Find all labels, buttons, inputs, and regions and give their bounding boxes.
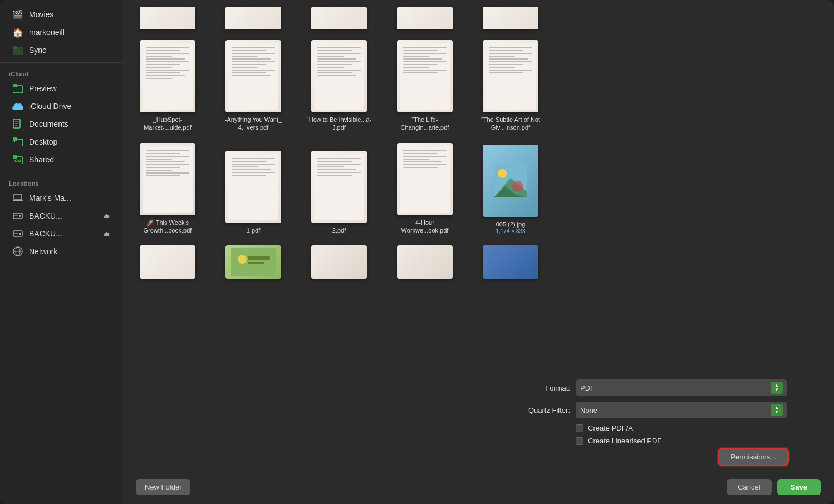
file-grid: _HubSpot-Market-...uide.pdf	[122, 0, 834, 370]
list-item[interactable]: _HubSpot-Market-...uide.pdf	[131, 40, 204, 132]
pdfa-checkbox[interactable]	[576, 424, 583, 432]
sidebar-divider-2	[0, 172, 122, 172]
sidebar-item-documents-label: Documents	[29, 120, 68, 129]
main-area: _HubSpot-Market-...uide.pdf	[122, 0, 834, 504]
file-thumbnail	[140, 40, 195, 112]
sidebar-item-backup1[interactable]: BACKU... ⏏	[3, 207, 119, 224]
file-thumbnail	[140, 143, 195, 215]
svg-point-29	[512, 181, 523, 192]
list-item[interactable]: -Anything You Want_ 4...vers.pdf	[217, 40, 290, 132]
list-item[interactable]: 1.pdf	[217, 151, 290, 234]
file-name: 1.pdf	[247, 226, 260, 234]
shared-icon	[12, 154, 23, 165]
quartz-label: Quartz Filter:	[503, 406, 570, 414]
sidebar-item-sync-label: Sync	[29, 46, 46, 55]
locations-section-label: Locations	[0, 176, 122, 189]
list-item[interactable]	[303, 245, 375, 279]
sidebar-item-marks-mac-label: Mark's Ma...	[29, 194, 71, 202]
file-thumbnail	[225, 7, 281, 29]
file-row-1: _HubSpot-Market-...uide.pdf	[131, 40, 825, 132]
file-name: "The Life-Changin...arie.pdf	[391, 116, 458, 132]
format-select[interactable]: PDF ▲ ▼	[576, 379, 787, 396]
list-item[interactable]: "How to Be Invisible...a- J.pdf	[303, 40, 375, 132]
bottom-panel: Format: PDF ▲ ▼ Quartz Filter: None ▲ ▼	[122, 370, 834, 504]
sidebar-item-movies-label: Movies	[29, 10, 53, 19]
sidebar-item-desktop-label: Desktop	[29, 137, 57, 146]
file-row-2: 🚀 This Week's Growth...book.pdf	[131, 143, 825, 235]
list-item[interactable]	[474, 245, 547, 279]
file-thumbnail	[397, 7, 453, 29]
list-item[interactable]: "The Life-Changin...arie.pdf	[389, 40, 461, 132]
file-row-0	[131, 7, 825, 29]
new-folder-button[interactable]: New Folder	[136, 479, 190, 495]
list-item[interactable]	[217, 7, 290, 29]
sidebar-item-desktop[interactable]: Desktop	[3, 134, 119, 150]
file-thumbnail	[225, 151, 281, 223]
cancel-button[interactable]: Cancel	[727, 479, 771, 495]
file-thumbnail	[311, 40, 367, 112]
action-buttons: Cancel Save	[727, 479, 821, 495]
file-name: -Anything You Want_ 4...vers.pdf	[220, 116, 287, 132]
list-item[interactable]: 🚀 This Week's Growth...book.pdf	[131, 143, 204, 235]
svg-rect-10	[14, 141, 15, 142]
file-name: 2.pdf	[332, 226, 346, 234]
quartz-select[interactable]: None ▲ ▼	[576, 402, 787, 418]
quartz-stepper[interactable]: ▲ ▼	[771, 404, 783, 416]
sidebar-item-backup1-label: BACKU...	[29, 211, 62, 220]
file-sub: 1,174 × 833	[496, 228, 525, 234]
sidebar-item-movies[interactable]: 🎬 Movies	[3, 6, 119, 23]
file-thumbnail	[140, 7, 195, 29]
eject-icon-2[interactable]: ⏏	[104, 230, 110, 238]
sidebar-item-marks-mac[interactable]: Mark's Ma...	[3, 190, 119, 206]
list-item[interactable]: 2.pdf	[303, 151, 375, 234]
sidebar-item-backup2-label: BACKU...	[29, 229, 62, 238]
list-item[interactable]	[474, 7, 547, 29]
list-item[interactable]: 4-Hour Workwe...ook.pdf	[389, 143, 461, 235]
save-dialog: 🎬 Movies 🏠 markoneill Sync iCloud	[0, 0, 834, 504]
linearised-row: Create Linearised PDF	[136, 437, 821, 445]
eject-icon-1[interactable]: ⏏	[104, 212, 110, 220]
file-name: "How to Be Invisible...a- J.pdf	[306, 116, 372, 132]
desktop-icon	[12, 136, 23, 147]
list-item[interactable]: 005 (2).jpg 1,174 × 833	[474, 145, 547, 234]
linearised-checkbox-wrapper: Create Linearised PDF	[576, 437, 787, 445]
list-item[interactable]	[217, 245, 290, 279]
sidebar-item-network[interactable]: Network	[3, 243, 119, 260]
sidebar-item-icloud-drive[interactable]: iCloud Drive	[3, 98, 119, 115]
sidebar-item-shared-label: Shared	[29, 155, 54, 164]
pdfa-checkbox-wrapper: Create PDF/A	[576, 424, 787, 432]
list-item[interactable]	[303, 7, 375, 29]
sidebar-item-markoneill[interactable]: 🏠 markoneill	[3, 24, 119, 41]
svg-rect-16	[13, 200, 23, 201]
sidebar-divider-1	[0, 62, 122, 63]
file-name: "The Subtle Art of Not Givi...nson.pdf	[477, 116, 544, 132]
sidebar-item-backup2[interactable]: BACKU... ⏏	[3, 225, 119, 242]
bottom-actions: New Folder Cancel Save	[136, 472, 821, 504]
permissions-button[interactable]: Permissions...	[719, 449, 787, 465]
list-item[interactable]	[389, 7, 461, 29]
quartz-value: None	[580, 406, 771, 414]
file-name: 005 (2).jpg	[496, 220, 526, 228]
list-item[interactable]: "The Subtle Art of Not Givi...nson.pdf	[474, 40, 547, 132]
save-button[interactable]: Save	[777, 479, 821, 495]
sidebar-item-documents[interactable]: Documents	[3, 116, 119, 132]
format-stepper[interactable]: ▲ ▼	[771, 382, 783, 394]
svg-rect-1	[13, 46, 17, 48]
file-name: 🚀 This Week's Growth...book.pdf	[134, 219, 201, 235]
sidebar-item-preview[interactable]: Preview	[3, 80, 119, 97]
file-thumbnail	[483, 145, 538, 217]
sidebar-item-sync[interactable]: Sync	[3, 42, 119, 58]
documents-icon	[12, 118, 23, 130]
file-thumbnail	[483, 7, 538, 29]
sidebar-item-shared[interactable]: Shared	[3, 151, 119, 168]
icloud-section-label: iCloud	[0, 66, 122, 80]
list-item[interactable]	[389, 245, 461, 279]
list-item[interactable]	[131, 7, 204, 29]
svg-point-13	[15, 160, 17, 162]
linearised-label: Create Linearised PDF	[588, 437, 661, 445]
sidebar-item-network-label: Network	[29, 247, 57, 256]
preview-folder-icon	[12, 83, 23, 94]
list-item[interactable]	[131, 245, 204, 279]
movies-icon: 🎬	[12, 9, 23, 20]
linearised-checkbox[interactable]	[576, 437, 583, 445]
